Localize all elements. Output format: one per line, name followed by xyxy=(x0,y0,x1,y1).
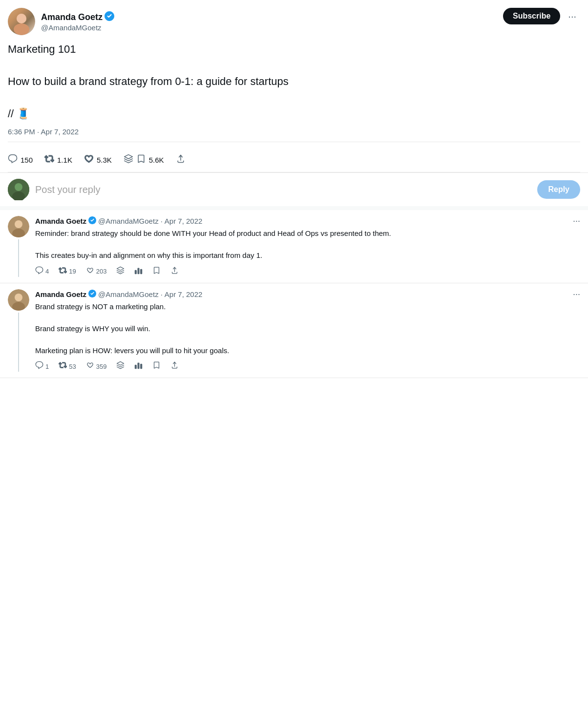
thread-handle-2: @AmandaMGoetz xyxy=(98,290,159,298)
retweet-icon xyxy=(44,154,54,166)
thread-line-2 xyxy=(18,313,19,372)
thread-more-button-2[interactable]: ··· xyxy=(573,289,580,299)
thread-dot-1: · xyxy=(161,217,163,225)
svg-point-13 xyxy=(15,294,22,301)
tweet-timestamp: 6:36 PM · Apr 7, 2022 xyxy=(8,127,580,142)
thread-bookmark-2[interactable] xyxy=(152,361,161,372)
thread-text-part-2-2: Marketing plan is HOW: levers you will p… xyxy=(35,345,580,357)
bookmark-icon-2 xyxy=(152,361,161,372)
comment-stat[interactable]: 150 xyxy=(8,154,33,166)
svg-point-1 xyxy=(14,23,29,35)
author-name: Amanda Goetz xyxy=(41,12,103,22)
thread-author-name-1: Amanda Goetz xyxy=(35,217,86,225)
subscribe-button[interactable]: Subscribe xyxy=(503,8,560,24)
thread-retweet-count-2: 53 xyxy=(69,363,76,370)
share-icon-2 xyxy=(170,361,179,372)
comment-count: 150 xyxy=(21,156,33,164)
verified-badge xyxy=(105,11,114,23)
thread-share-1[interactable] xyxy=(170,266,179,277)
heart-icon-2 xyxy=(86,361,94,372)
thread-text-part-1-0: Reminder: brand strategy should be done … xyxy=(35,228,580,239)
thread-comment-count-2: 1 xyxy=(45,363,49,370)
thread-comment-2[interactable]: 1 xyxy=(35,361,49,372)
tweet-line-2: How to build a brand strategy from 0-1: … xyxy=(8,73,580,89)
reply-area: Post your reply Reply xyxy=(0,173,588,210)
thread-like-count-2: 359 xyxy=(96,363,107,370)
thread-verified-1 xyxy=(88,216,96,226)
thread-share-2[interactable] xyxy=(170,361,179,372)
thread-left-1 xyxy=(8,216,29,277)
thread-right-1: Amanda Goetz @AmandaMGoetz · Apr 7, 2022… xyxy=(35,216,580,277)
main-tweet-container: Amanda Goetz @AmandaMGoetz Subscribe ···… xyxy=(0,0,588,173)
thread-tweet-text-1: Reminder: brand strategy should be done … xyxy=(35,228,580,261)
thread-layers-2[interactable] xyxy=(116,361,125,372)
retweet-stat[interactable]: 1.1K xyxy=(44,154,72,166)
svg-rect-11 xyxy=(141,269,142,274)
like-stat[interactable]: 5.3K xyxy=(84,154,112,166)
thread-line-1 xyxy=(18,239,19,277)
thread-analytics-2[interactable] xyxy=(134,361,143,372)
thread-like-1[interactable]: 203 xyxy=(86,266,107,277)
thread-right-2: Amanda Goetz @AmandaMGoetz · Apr 7, 2022… xyxy=(35,289,580,372)
thread-more-button-1[interactable]: ··· xyxy=(573,216,580,226)
layers-icon xyxy=(124,154,133,166)
thread-actions-2: 1 53 359 xyxy=(35,361,580,372)
svg-rect-9 xyxy=(135,270,137,274)
heart-icon xyxy=(84,154,94,166)
bookmark-stat[interactable]: 5.6K xyxy=(124,154,164,166)
thread-verified-2 xyxy=(88,290,96,299)
thread-retweet-2[interactable]: 53 xyxy=(59,361,76,372)
thread-container: Amanda Goetz @AmandaMGoetz · Apr 7, 2022… xyxy=(0,210,588,378)
thread-tweet-header-2: Amanda Goetz @AmandaMGoetz · Apr 7, 2022… xyxy=(35,289,580,299)
thread-author-row-1: Amanda Goetz @AmandaMGoetz · Apr 7, 2022 xyxy=(35,216,202,226)
thread-author-avatar-2[interactable] xyxy=(8,289,29,311)
more-options-button[interactable]: ··· xyxy=(564,9,580,24)
thread-author-name-2: Amanda Goetz xyxy=(35,290,86,298)
analytics-icon-2 xyxy=(134,361,143,372)
svg-rect-17 xyxy=(141,364,142,368)
share-icon xyxy=(176,154,186,166)
reply-user-avatar xyxy=(8,179,29,200)
svg-point-4 xyxy=(15,183,22,191)
author-info: Amanda Goetz @AmandaMGoetz xyxy=(41,11,114,32)
thread-author-row-2: Amanda Goetz @AmandaMGoetz · Apr 7, 2022 xyxy=(35,290,202,299)
author-avatar[interactable] xyxy=(8,8,35,35)
retweet-icon-2 xyxy=(59,361,67,372)
thread-left-2 xyxy=(8,289,29,372)
svg-point-2 xyxy=(17,14,26,23)
bookmark-icon-1 xyxy=(152,266,161,277)
thread-dot-2: · xyxy=(161,290,163,298)
comment-icon-2 xyxy=(35,361,43,372)
author-handle[interactable]: @AmandaMGoetz xyxy=(41,23,114,32)
thread-layers-1[interactable] xyxy=(116,266,125,277)
svg-rect-16 xyxy=(138,363,139,368)
tweet-line-3: // 🧵 xyxy=(8,106,580,122)
comment-icon xyxy=(8,154,18,166)
share-stat[interactable] xyxy=(176,154,186,166)
heart-icon-1 xyxy=(86,266,94,277)
thread-tweet-header-1: Amanda Goetz @AmandaMGoetz · Apr 7, 2022… xyxy=(35,216,580,226)
thread-retweet-count-1: 19 xyxy=(69,268,76,275)
thread-text-part-1-1: This creates buy-in and alignment on why… xyxy=(35,250,580,261)
thread-time-2: Apr 7, 2022 xyxy=(165,290,203,298)
thread-retweet-1[interactable]: 19 xyxy=(59,266,76,277)
thread-bookmark-1[interactable] xyxy=(152,266,161,277)
thread-like-2[interactable]: 359 xyxy=(86,361,107,372)
thread-comment-1[interactable]: 4 xyxy=(35,266,49,277)
reply-input[interactable]: Post your reply xyxy=(35,184,531,195)
thread-author-avatar-1[interactable] xyxy=(8,216,29,237)
svg-rect-15 xyxy=(135,365,137,369)
thread-tweet-text-2: Brand strategy is NOT a marketing plan. … xyxy=(35,301,580,357)
layers-icon-1 xyxy=(116,266,125,277)
bookmark-icon xyxy=(136,154,146,166)
layers-icon-2 xyxy=(116,361,125,372)
thread-time-1: Apr 7, 2022 xyxy=(165,217,203,225)
header-actions: Subscribe ··· xyxy=(503,8,580,24)
thread-analytics-1[interactable] xyxy=(134,266,143,277)
thread-text-part-2-0: Brand strategy is NOT a marketing plan. xyxy=(35,301,580,313)
bookmark-count: 5.6K xyxy=(149,156,164,164)
thread-comment-count-1: 4 xyxy=(45,268,49,275)
retweet-count: 1.1K xyxy=(57,156,72,164)
author-name-row: Amanda Goetz xyxy=(41,11,114,23)
reply-button[interactable]: Reply xyxy=(537,180,580,199)
